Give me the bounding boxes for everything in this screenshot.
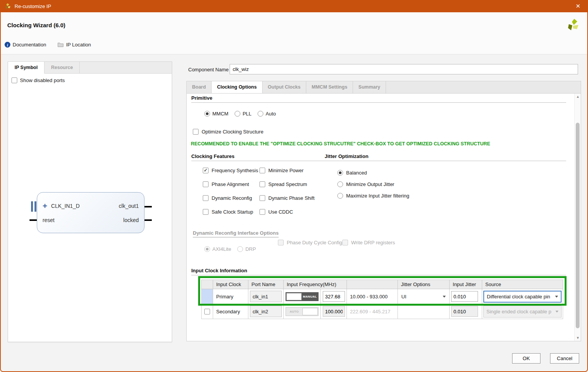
reset-stub <box>30 219 37 221</box>
primitive-heading: Primitive <box>191 95 212 101</box>
component-name-label: Component Name <box>188 67 229 72</box>
drp-label: DRP <box>245 246 256 252</box>
use-cddc-checkbox[interactable] <box>260 209 265 215</box>
spread-spectrum-label: Spread Spectrum <box>268 181 307 187</box>
primary-select-cell <box>202 289 213 304</box>
radio-auto-label: Auto <box>266 111 276 117</box>
write-drp-label: Write DRP registers <box>351 240 395 245</box>
secondary-port-field: clk_in2 <box>250 306 282 317</box>
tab-output-clocks[interactable]: Output Clocks <box>263 81 306 93</box>
primitive-radio-group: MMCM PLL Auto <box>204 111 276 117</box>
write-drp-row: Write DRP registers <box>342 240 395 245</box>
interface-pins-icon <box>31 201 36 212</box>
dynamic-phase-shift-checkbox[interactable] <box>260 195 265 201</box>
radio-mmcm[interactable] <box>204 111 210 117</box>
primary-port-field: clk_in1 <box>250 291 282 302</box>
drp-radio <box>237 246 243 252</box>
radio-pll[interactable] <box>235 111 240 117</box>
radio-mmcm-label: MMCM <box>212 111 228 117</box>
col-input-frequency: Input Frequency(MHz) <box>284 280 347 289</box>
main-tab-bar: Board Clocking Options Output Clocks MMC… <box>186 81 581 93</box>
primary-input-jitter-input[interactable] <box>451 291 478 302</box>
primary-frequency-range: 10.000 - 933.000 <box>347 289 398 304</box>
secondary-source-value: Single ended clock capable p <box>486 309 551 314</box>
col-source: Source <box>482 280 563 289</box>
safe-clock-startup-checkbox[interactable] <box>203 209 209 215</box>
balanced-radio[interactable] <box>337 170 343 176</box>
title-bar: Re-customize IP ✕ <box>0 0 588 12</box>
folder-icon <box>57 42 64 47</box>
info-icon: i <box>5 42 10 48</box>
cancel-button[interactable]: Cancel <box>550 353 579 364</box>
optimize-clocking-checkbox[interactable] <box>193 129 199 135</box>
spread-spectrum-checkbox[interactable] <box>260 181 265 187</box>
primitive-rule <box>191 102 566 103</box>
secondary-jitter-options-cell <box>398 304 450 319</box>
primary-source-dropdown[interactable]: Differential clock capable pin <box>483 291 562 303</box>
input-clock-table: Input Clock Port Name Input Frequency(MH… <box>201 280 563 319</box>
primary-name: Primary <box>213 289 248 304</box>
secondary-enable-checkbox[interactable] <box>204 309 210 314</box>
jitter-balanced-row: Balanced <box>337 170 367 176</box>
maximize-input-jitter-label: Maximize Input Jitter filtering <box>346 193 409 199</box>
primary-jitter-options-dropdown[interactable]: UI <box>398 294 449 300</box>
dropdown-arrow-icon <box>443 296 446 298</box>
ip-symbol-canvas: + CLK_IN1_D clk_out1 reset locked <box>8 62 172 342</box>
frequency-synthesis-label: Frequency Synthesis <box>212 168 258 173</box>
phase-duty-cycle-label: Phase Duty Cycle Config <box>287 240 342 245</box>
input-clock-info-rule <box>191 275 566 275</box>
table-row-primary: Primary clk_in1 MANUAL 10.000 - 933.000 … <box>202 289 563 304</box>
ok-button[interactable]: OK <box>512 353 540 364</box>
col-select <box>202 280 213 289</box>
scroll-down-icon[interactable]: ▼ <box>575 335 581 341</box>
dynamic-reconfig-checkbox[interactable] <box>203 195 209 201</box>
port-locked: locked <box>123 217 139 223</box>
documentation-link[interactable]: i Documentation <box>5 42 46 48</box>
scrollbar-thumb[interactable] <box>576 123 580 328</box>
feature-safe-clock-startup: Safe Clock Startup <box>203 209 253 215</box>
minimize-power-label: Minimize Power <box>268 168 304 173</box>
radio-auto[interactable] <box>258 111 263 117</box>
xilinx-logo-icon <box>5 3 11 10</box>
tab-mmcm-settings[interactable]: MMCM Settings <box>306 81 353 93</box>
col-range <box>347 280 398 289</box>
scroll-up-icon[interactable]: ▲ <box>575 94 581 100</box>
ip-location-label: IP Location <box>66 42 91 48</box>
tab-summary[interactable]: Summary <box>353 81 386 93</box>
maximize-input-jitter-radio[interactable] <box>337 193 343 199</box>
component-name-input[interactable] <box>230 64 578 74</box>
radio-pll-label: PLL <box>243 111 251 117</box>
port-row-2: reset locked <box>43 216 139 225</box>
feature-minimize-power: Minimize Power <box>260 168 304 173</box>
frequency-synthesis-checkbox[interactable] <box>203 168 209 173</box>
secondary-frequency-input <box>323 306 345 317</box>
expand-plus-icon[interactable]: + <box>43 202 47 209</box>
dropdown-arrow-icon <box>555 311 558 313</box>
port-row-1: + CLK_IN1_D clk_out1 <box>43 201 139 211</box>
phase-alignment-checkbox[interactable] <box>203 181 209 187</box>
tab-board[interactable]: Board <box>187 81 212 93</box>
feature-use-cddc: Use CDDC <box>260 209 293 215</box>
secondary-input-jitter-input <box>451 306 478 317</box>
primary-freq-mode-toggle[interactable]: MANUAL <box>286 292 319 301</box>
phase-alignment-label: Phase Alignment <box>212 181 249 187</box>
dynamic-reconfig-options-heading: Dynamic Reconfig Interface Options <box>193 230 279 237</box>
primary-freq-mode-label: MANUAL <box>302 295 318 298</box>
primary-source-value: Differential clock capable pin <box>487 294 550 300</box>
optimize-row: Optimize Clocking Structure <box>193 129 263 135</box>
safe-clock-startup-label: Safe Clock Startup <box>212 209 253 215</box>
write-drp-checkbox <box>342 240 348 245</box>
primary-frequency-input[interactable] <box>323 291 345 302</box>
feature-phase-alignment: Phase Alignment <box>203 181 249 187</box>
table-header-row: Input Clock Port Name Input Frequency(MH… <box>202 280 563 289</box>
minimize-power-checkbox[interactable] <box>260 168 265 173</box>
primary-jitter-option-value: UI <box>401 294 406 300</box>
secondary-freq-mode-toggle: AUTO <box>286 307 319 316</box>
close-icon[interactable]: ✕ <box>573 3 583 10</box>
tab-clocking-options[interactable]: Clocking Options <box>212 81 262 93</box>
secondary-frequency-range: 222.609 - 445.217 <box>347 304 398 319</box>
vertical-scrollbar[interactable]: ▲ ▼ <box>574 94 581 341</box>
jitter-min-output-row: Minimize Output Jitter <box>337 181 394 187</box>
ip-location-link[interactable]: IP Location <box>57 42 91 48</box>
minimize-output-jitter-radio[interactable] <box>337 181 343 187</box>
